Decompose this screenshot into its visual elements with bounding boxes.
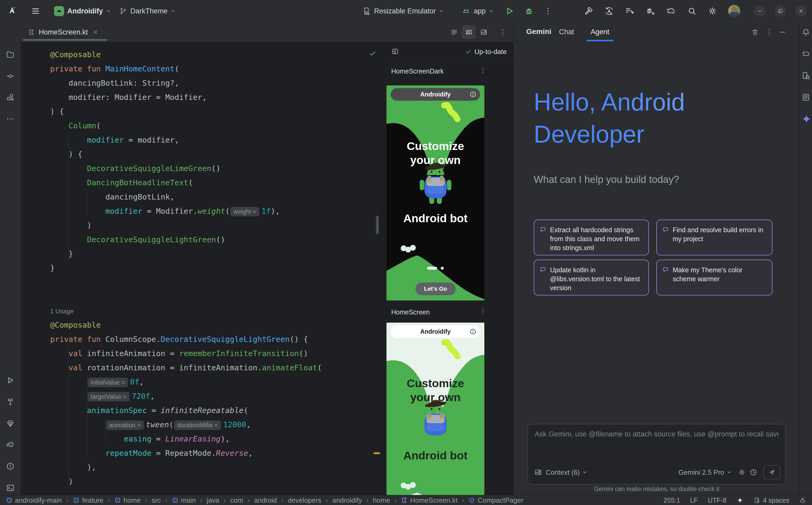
code-line[interactable]: ) { (50, 147, 82, 161)
lets-go-button[interactable]: Let's Go (416, 283, 456, 295)
code-line[interactable]: } (50, 261, 54, 275)
breadcrumb-item[interactable]: src (152, 496, 161, 504)
run-button[interactable] (504, 6, 514, 16)
info-icon[interactable] (470, 328, 476, 335)
breadcrumb-item[interactable]: home (114, 496, 141, 504)
code-line[interactable]: } (50, 247, 73, 261)
preview-section-title[interactable]: HomeScreen (391, 308, 430, 316)
code-line[interactable]: @Composable (50, 47, 101, 62)
breadcrumb-item[interactable]: CompactPager (468, 496, 523, 504)
breadcrumb-item[interactable]: developers (288, 496, 321, 504)
breadcrumb-item[interactable]: androidify-main (6, 496, 62, 504)
code-line[interactable]: easing = LinearEasing), (50, 432, 230, 446)
inspections-ok-icon[interactable] (368, 49, 376, 57)
model-selector-label[interactable]: Gemini 2.5 Pro (679, 468, 724, 477)
context-dropdown-label[interactable]: Context (6) (546, 468, 580, 477)
code-line[interactable]: modifier = modifier, (50, 133, 179, 147)
breadcrumb-item[interactable]: HomeScreen.kt (401, 496, 457, 504)
build-hammer-icon[interactable] (584, 6, 594, 16)
commit-tool-icon[interactable] (6, 72, 15, 80)
app-quality-insights-icon[interactable] (6, 419, 15, 428)
settings-gear-icon[interactable] (707, 6, 717, 16)
vcs-branch-selector[interactable]: DarkTheme (119, 0, 176, 22)
code-line[interactable]: @Composable (50, 318, 101, 332)
tab-scrollbar[interactable] (23, 39, 107, 41)
user-avatar[interactable] (728, 5, 740, 17)
gradle-tool-icon[interactable] (801, 49, 810, 58)
project-selector[interactable]: Androidify (54, 0, 111, 22)
code-line[interactable]: modifier: Modifier = Modifier, (50, 90, 207, 105)
window-maximize-button[interactable] (775, 5, 786, 17)
problems-tool-icon[interactable] (6, 462, 15, 471)
code-editor[interactable]: @Composableprivate fun MainHomeContent( … (21, 42, 380, 495)
code-line[interactable]: animationSpec = infiniteRepeatable( (50, 403, 248, 417)
code-line[interactable]: val infiniteAnimation = rememberInfinite… (50, 346, 308, 361)
preview-section-title[interactable]: HomeScreenDark (391, 67, 444, 75)
tab-close-icon[interactable] (93, 29, 98, 35)
suggestion-card[interactable]: Extract all hardcoded strings from this … (534, 219, 649, 256)
project-tool-icon[interactable] (6, 50, 15, 59)
gradle-sync-icon[interactable] (666, 6, 676, 16)
code-view-icon[interactable] (450, 28, 458, 36)
send-button[interactable] (763, 465, 781, 479)
gemini-status-spark-icon[interactable] (736, 497, 743, 504)
run-tool-icon[interactable] (6, 376, 15, 385)
editor-scrollbar-thumb[interactable] (376, 216, 379, 234)
code-line[interactable]: DecorativeSquiggleLimeGreen() (50, 161, 221, 176)
info-icon[interactable] (470, 91, 476, 98)
code-line[interactable]: modifier = Modifier.weight(weight =1f), (50, 204, 280, 218)
resource-manager-icon[interactable] (6, 93, 15, 102)
code-line[interactable]: initialValue =0f, (50, 375, 144, 389)
more-tool-windows-icon[interactable] (6, 114, 15, 123)
tab-agent[interactable]: Agent (591, 28, 609, 36)
code-line[interactable]: animation =tween(durationMillis =12000, (50, 417, 251, 432)
preview-homescreendark[interactable]: Androidify Customize your own Android bo… (386, 86, 484, 301)
preview-section-menu-icon[interactable] (479, 308, 486, 315)
breadcrumb-item[interactable]: java (207, 496, 219, 504)
tab-chat[interactable]: Chat (559, 28, 574, 36)
gemini-options-icon[interactable] (765, 28, 773, 36)
preview-layout-icon[interactable] (391, 47, 399, 55)
code-line[interactable]: ) (50, 218, 92, 232)
preview-homescreen[interactable]: Androidify Customize your own Android bo… (386, 323, 484, 495)
more-actions-icon[interactable] (544, 7, 552, 16)
design-view-icon[interactable] (480, 28, 488, 36)
window-close-button[interactable] (795, 5, 807, 17)
code-line[interactable]: ), (50, 460, 96, 474)
line-separator[interactable]: LF (690, 497, 698, 504)
suggestion-card[interactable]: Find and resolve build errors in my proj… (656, 219, 773, 256)
split-view-toggle[interactable] (462, 25, 476, 39)
indent-setting[interactable]: 4 spaces (753, 497, 789, 504)
device-selector[interactable]: Resizable Emulator (362, 0, 444, 22)
code-line[interactable]: 1 Usage (50, 304, 74, 318)
attach-debugger-icon[interactable] (645, 6, 655, 16)
code-line[interactable]: targetValue =720f, (50, 389, 155, 403)
code-line[interactable]: val rotationAnimation = infiniteAnimatio… (50, 361, 322, 375)
code-line[interactable]: ) { (50, 105, 64, 119)
code-line[interactable]: dancingBotLink: String?, (50, 76, 179, 90)
logcat-tool-icon[interactable] (6, 441, 15, 450)
code-line[interactable]: private fun MainHomeContent( (50, 62, 179, 76)
code-line[interactable]: DancingBotHeadlineText( (50, 176, 193, 190)
breadcrumb-item[interactable]: com (230, 496, 243, 504)
suggestion-card[interactable]: Update kotlin in @libs.version.toml to t… (534, 260, 649, 296)
code-line[interactable]: repeatMode = RepeatMode.Reverse, (50, 446, 253, 460)
file-encoding[interactable]: UTF-8 (708, 497, 726, 504)
build-tool-icon[interactable] (6, 397, 15, 406)
search-everywhere-icon[interactable] (687, 6, 697, 16)
terminal-tool-icon[interactable] (6, 483, 15, 492)
breadcrumb-item[interactable]: home (373, 496, 390, 504)
gemini-input-box[interactable]: Ask Gemini, use @filename to attach sour… (528, 424, 786, 484)
notifications-bell-icon[interactable] (801, 28, 810, 37)
caret-position[interactable]: 255:1 (664, 497, 680, 504)
main-menu-icon[interactable] (31, 7, 40, 16)
code-line[interactable]: private fun ColumnScope.DecorativeSquigg… (50, 332, 308, 346)
run-configuration-selector[interactable]: app (462, 0, 494, 22)
debug-button[interactable] (524, 6, 534, 16)
breadcrumb-item[interactable]: android (254, 496, 277, 504)
suggestion-card[interactable]: Make my Theme's color scheme warmer (656, 260, 773, 296)
editor-options-icon[interactable] (499, 28, 507, 36)
window-minimize-button[interactable] (754, 5, 766, 17)
gemini-settings-icon[interactable] (738, 468, 746, 476)
code-line[interactable]: ) (50, 474, 73, 489)
